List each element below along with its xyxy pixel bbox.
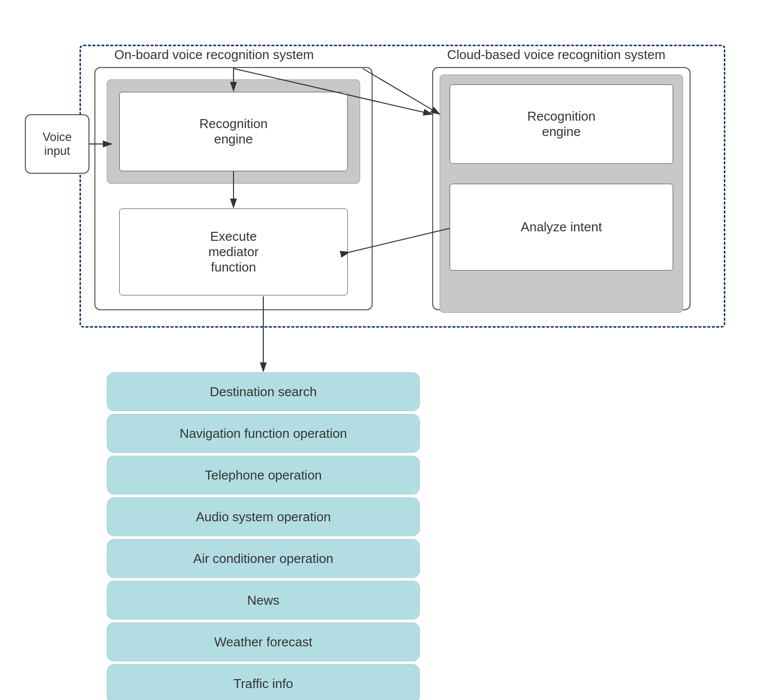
navigation-function-box: Navigation function operation [107, 414, 420, 453]
traffic-info-label: Traffic info [233, 676, 293, 692]
voice-input-box: Voiceinput [25, 114, 89, 174]
audio-system-label: Audio system operation [196, 509, 331, 525]
onboard-label: On-board voice recognition system [114, 47, 314, 63]
execute-mediator-box: Executemediatorfunction [119, 209, 348, 295]
weather-forecast-label: Weather forecast [214, 634, 312, 650]
air-conditioner-label: Air conditioner operation [193, 551, 333, 566]
recognition-engine-cloud-label: Recognitionengine [527, 109, 595, 140]
execute-mediator-label: Executemediatorfunction [208, 229, 258, 275]
diagram-container: On-board voice recognition system Cloud-… [15, 15, 755, 685]
cloud-label: Cloud-based voice recognition system [447, 47, 665, 63]
air-conditioner-box: Air conditioner operation [107, 539, 420, 578]
destination-search-label: Destination search [210, 384, 316, 400]
recognition-engine-onboard: Recognitionengine [119, 92, 348, 171]
telephone-operation-label: Telephone operation [205, 468, 322, 483]
news-label: News [247, 593, 279, 608]
recognition-engine-onboard-label: Recognitionengine [199, 116, 267, 147]
weather-forecast-box: Weather forecast [107, 623, 420, 661]
navigation-function-label: Navigation function operation [180, 426, 347, 441]
destination-search-box: Destination search [107, 372, 420, 411]
voice-input-label: Voiceinput [43, 130, 72, 158]
audio-system-box: Audio system operation [107, 497, 420, 536]
telephone-operation-box: Telephone operation [107, 456, 420, 494]
traffic-info-box: Traffic info [107, 664, 420, 700]
news-box: News [107, 581, 420, 620]
analyze-intent-box: Analyze intent [450, 184, 673, 271]
recognition-engine-cloud: Recognitionengine [450, 84, 673, 164]
analyze-intent-label: Analyze intent [521, 219, 602, 235]
